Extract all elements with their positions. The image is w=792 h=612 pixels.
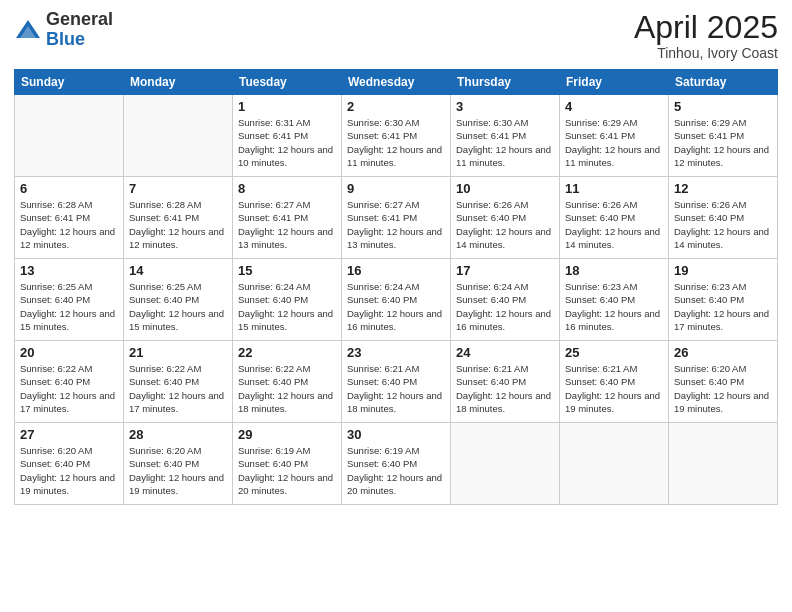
day-info: Sunrise: 6:27 AM Sunset: 6:41 PM Dayligh…	[238, 198, 336, 251]
day-info: Sunrise: 6:29 AM Sunset: 6:41 PM Dayligh…	[674, 116, 772, 169]
day-number: 12	[674, 181, 772, 196]
day-number: 7	[129, 181, 227, 196]
day-number: 14	[129, 263, 227, 278]
day-info: Sunrise: 6:24 AM Sunset: 6:40 PM Dayligh…	[238, 280, 336, 333]
calendar-cell	[560, 423, 669, 505]
day-info: Sunrise: 6:23 AM Sunset: 6:40 PM Dayligh…	[565, 280, 663, 333]
calendar-cell: 9Sunrise: 6:27 AM Sunset: 6:41 PM Daylig…	[342, 177, 451, 259]
calendar-cell: 20Sunrise: 6:22 AM Sunset: 6:40 PM Dayli…	[15, 341, 124, 423]
day-header-friday: Friday	[560, 70, 669, 95]
calendar-week-2: 13Sunrise: 6:25 AM Sunset: 6:40 PM Dayli…	[15, 259, 778, 341]
calendar-header-row: SundayMondayTuesdayWednesdayThursdayFrid…	[15, 70, 778, 95]
day-number: 19	[674, 263, 772, 278]
calendar-title: April 2025	[634, 10, 778, 45]
day-header-thursday: Thursday	[451, 70, 560, 95]
day-info: Sunrise: 6:26 AM Sunset: 6:40 PM Dayligh…	[674, 198, 772, 251]
logo-text: General Blue	[46, 10, 113, 50]
day-info: Sunrise: 6:20 AM Sunset: 6:40 PM Dayligh…	[20, 444, 118, 497]
day-number: 5	[674, 99, 772, 114]
day-info: Sunrise: 6:21 AM Sunset: 6:40 PM Dayligh…	[565, 362, 663, 415]
calendar-cell: 18Sunrise: 6:23 AM Sunset: 6:40 PM Dayli…	[560, 259, 669, 341]
day-number: 22	[238, 345, 336, 360]
day-info: Sunrise: 6:26 AM Sunset: 6:40 PM Dayligh…	[565, 198, 663, 251]
day-info: Sunrise: 6:20 AM Sunset: 6:40 PM Dayligh…	[129, 444, 227, 497]
calendar-cell: 10Sunrise: 6:26 AM Sunset: 6:40 PM Dayli…	[451, 177, 560, 259]
day-number: 28	[129, 427, 227, 442]
day-info: Sunrise: 6:28 AM Sunset: 6:41 PM Dayligh…	[129, 198, 227, 251]
calendar-cell: 12Sunrise: 6:26 AM Sunset: 6:40 PM Dayli…	[669, 177, 778, 259]
day-number: 17	[456, 263, 554, 278]
day-number: 30	[347, 427, 445, 442]
calendar-cell: 27Sunrise: 6:20 AM Sunset: 6:40 PM Dayli…	[15, 423, 124, 505]
title-block: April 2025 Tinhou, Ivory Coast	[634, 10, 778, 61]
page-header: General Blue April 2025 Tinhou, Ivory Co…	[14, 10, 778, 61]
calendar-week-1: 6Sunrise: 6:28 AM Sunset: 6:41 PM Daylig…	[15, 177, 778, 259]
day-number: 13	[20, 263, 118, 278]
day-header-sunday: Sunday	[15, 70, 124, 95]
calendar-cell: 21Sunrise: 6:22 AM Sunset: 6:40 PM Dayli…	[124, 341, 233, 423]
day-number: 26	[674, 345, 772, 360]
day-info: Sunrise: 6:25 AM Sunset: 6:40 PM Dayligh…	[20, 280, 118, 333]
day-number: 18	[565, 263, 663, 278]
logo-icon	[14, 16, 42, 44]
day-info: Sunrise: 6:22 AM Sunset: 6:40 PM Dayligh…	[20, 362, 118, 415]
calendar-cell: 8Sunrise: 6:27 AM Sunset: 6:41 PM Daylig…	[233, 177, 342, 259]
day-info: Sunrise: 6:24 AM Sunset: 6:40 PM Dayligh…	[456, 280, 554, 333]
calendar-week-4: 27Sunrise: 6:20 AM Sunset: 6:40 PM Dayli…	[15, 423, 778, 505]
calendar-cell: 2Sunrise: 6:30 AM Sunset: 6:41 PM Daylig…	[342, 95, 451, 177]
day-number: 8	[238, 181, 336, 196]
calendar-cell	[124, 95, 233, 177]
calendar-cell: 6Sunrise: 6:28 AM Sunset: 6:41 PM Daylig…	[15, 177, 124, 259]
calendar-cell: 11Sunrise: 6:26 AM Sunset: 6:40 PM Dayli…	[560, 177, 669, 259]
calendar-cell: 3Sunrise: 6:30 AM Sunset: 6:41 PM Daylig…	[451, 95, 560, 177]
day-header-saturday: Saturday	[669, 70, 778, 95]
day-info: Sunrise: 6:23 AM Sunset: 6:40 PM Dayligh…	[674, 280, 772, 333]
day-header-wednesday: Wednesday	[342, 70, 451, 95]
day-number: 29	[238, 427, 336, 442]
day-number: 25	[565, 345, 663, 360]
day-number: 23	[347, 345, 445, 360]
day-number: 24	[456, 345, 554, 360]
calendar-week-3: 20Sunrise: 6:22 AM Sunset: 6:40 PM Dayli…	[15, 341, 778, 423]
calendar-week-0: 1Sunrise: 6:31 AM Sunset: 6:41 PM Daylig…	[15, 95, 778, 177]
day-number: 16	[347, 263, 445, 278]
day-info: Sunrise: 6:28 AM Sunset: 6:41 PM Dayligh…	[20, 198, 118, 251]
calendar-cell: 7Sunrise: 6:28 AM Sunset: 6:41 PM Daylig…	[124, 177, 233, 259]
day-number: 9	[347, 181, 445, 196]
calendar-cell	[15, 95, 124, 177]
calendar-cell: 5Sunrise: 6:29 AM Sunset: 6:41 PM Daylig…	[669, 95, 778, 177]
day-info: Sunrise: 6:30 AM Sunset: 6:41 PM Dayligh…	[456, 116, 554, 169]
day-info: Sunrise: 6:21 AM Sunset: 6:40 PM Dayligh…	[456, 362, 554, 415]
calendar-cell	[451, 423, 560, 505]
day-header-monday: Monday	[124, 70, 233, 95]
calendar-location: Tinhou, Ivory Coast	[634, 45, 778, 61]
day-number: 2	[347, 99, 445, 114]
day-info: Sunrise: 6:19 AM Sunset: 6:40 PM Dayligh…	[238, 444, 336, 497]
day-info: Sunrise: 6:19 AM Sunset: 6:40 PM Dayligh…	[347, 444, 445, 497]
calendar-table: SundayMondayTuesdayWednesdayThursdayFrid…	[14, 69, 778, 505]
day-info: Sunrise: 6:27 AM Sunset: 6:41 PM Dayligh…	[347, 198, 445, 251]
day-number: 3	[456, 99, 554, 114]
day-number: 15	[238, 263, 336, 278]
day-info: Sunrise: 6:24 AM Sunset: 6:40 PM Dayligh…	[347, 280, 445, 333]
calendar-cell: 23Sunrise: 6:21 AM Sunset: 6:40 PM Dayli…	[342, 341, 451, 423]
calendar-cell: 19Sunrise: 6:23 AM Sunset: 6:40 PM Dayli…	[669, 259, 778, 341]
day-number: 27	[20, 427, 118, 442]
calendar-cell: 17Sunrise: 6:24 AM Sunset: 6:40 PM Dayli…	[451, 259, 560, 341]
calendar-cell: 28Sunrise: 6:20 AM Sunset: 6:40 PM Dayli…	[124, 423, 233, 505]
calendar-cell: 1Sunrise: 6:31 AM Sunset: 6:41 PM Daylig…	[233, 95, 342, 177]
day-info: Sunrise: 6:20 AM Sunset: 6:40 PM Dayligh…	[674, 362, 772, 415]
day-number: 20	[20, 345, 118, 360]
calendar-cell: 15Sunrise: 6:24 AM Sunset: 6:40 PM Dayli…	[233, 259, 342, 341]
day-info: Sunrise: 6:25 AM Sunset: 6:40 PM Dayligh…	[129, 280, 227, 333]
day-info: Sunrise: 6:26 AM Sunset: 6:40 PM Dayligh…	[456, 198, 554, 251]
calendar-cell: 13Sunrise: 6:25 AM Sunset: 6:40 PM Dayli…	[15, 259, 124, 341]
calendar-cell: 16Sunrise: 6:24 AM Sunset: 6:40 PM Dayli…	[342, 259, 451, 341]
calendar-cell: 29Sunrise: 6:19 AM Sunset: 6:40 PM Dayli…	[233, 423, 342, 505]
calendar-cell: 26Sunrise: 6:20 AM Sunset: 6:40 PM Dayli…	[669, 341, 778, 423]
day-info: Sunrise: 6:31 AM Sunset: 6:41 PM Dayligh…	[238, 116, 336, 169]
day-info: Sunrise: 6:30 AM Sunset: 6:41 PM Dayligh…	[347, 116, 445, 169]
day-number: 21	[129, 345, 227, 360]
day-info: Sunrise: 6:22 AM Sunset: 6:40 PM Dayligh…	[129, 362, 227, 415]
calendar-cell: 24Sunrise: 6:21 AM Sunset: 6:40 PM Dayli…	[451, 341, 560, 423]
